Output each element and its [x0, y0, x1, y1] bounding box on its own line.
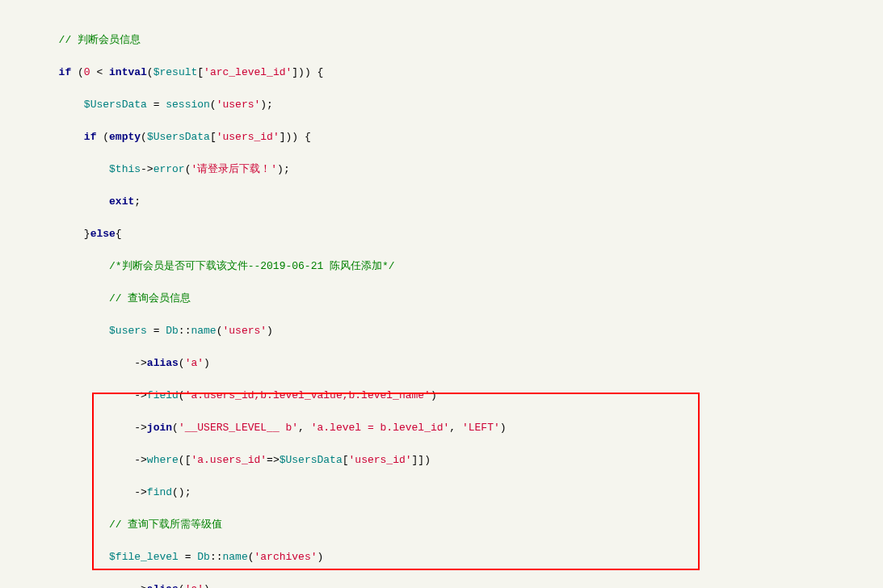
code-area: // 判断会员信息 if (0 < intval($result['arc_le…: [11, 0, 883, 588]
code-line: // 判断会员信息: [15, 32, 883, 48]
code-line: /*判断会员是否可下载该文件--2019-06-21 陈风任添加*/: [15, 258, 883, 275]
gutter: [0, 0, 11, 588]
comment: // 判断会员信息: [59, 34, 141, 46]
code-line: ->alias('a'): [15, 582, 883, 588]
code-line: ->alias('a'): [15, 355, 883, 372]
code-line: $this->error('请登录后下载！');: [15, 162, 883, 178]
code-line: $users = Db::name('users'): [15, 323, 883, 339]
code-line: exit;: [15, 194, 883, 210]
code-line: ->find();: [15, 485, 883, 501]
code-line: }else{: [15, 226, 883, 242]
annotation-box: [92, 393, 700, 570]
code-line: ->field('a.users_id,b.level_value,b.leve…: [15, 388, 883, 404]
code-line: // 查询会员信息: [15, 291, 883, 307]
code-line: // 查询下载所需等级值: [15, 517, 883, 533]
code-line: if (empty($UsersData['users_id'])) {: [15, 129, 883, 145]
code-line: if (0 < intval($result['arc_level_id']))…: [15, 65, 883, 81]
code-editor: // 判断会员信息 if (0 < intval($result['arc_le…: [0, 0, 883, 588]
code-line: $UsersData = session('users');: [15, 97, 883, 113]
code-line: ->join('__USERS_LEVEL__ b', 'a.level = b…: [15, 420, 883, 436]
code-line: ->where(['a.users_id'=>$UsersData['users…: [15, 452, 883, 468]
code-line: $file_level = Db::name('archives'): [15, 549, 883, 565]
